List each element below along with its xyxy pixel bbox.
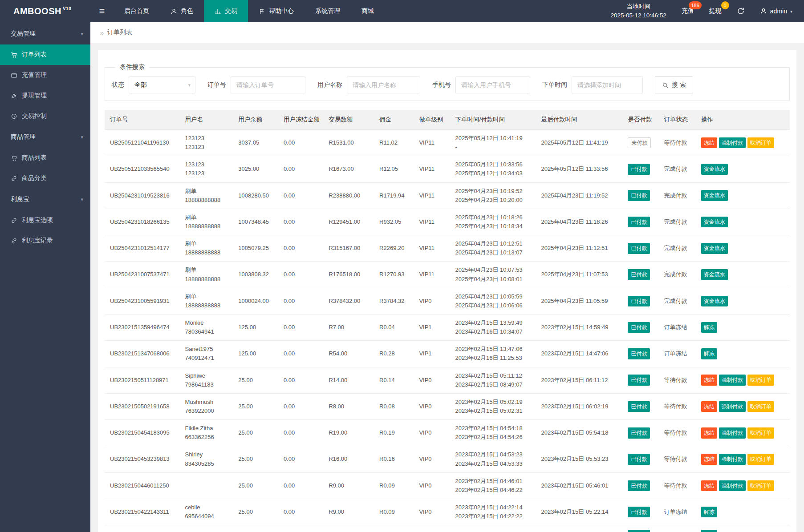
- recharge-badge: 186: [689, 1, 701, 9]
- nav-item-system[interactable]: 系统管理: [305, 0, 351, 22]
- order-time-input[interactable]: [572, 77, 643, 93]
- force-pay-button[interactable]: 强制付款: [719, 401, 746, 412]
- unfreeze-button[interactable]: 解冻: [701, 507, 717, 518]
- table-row: UB2504231007537471刷单188888888881003808.3…: [105, 262, 790, 288]
- status-select[interactable]: 全部 ▾: [129, 77, 195, 93]
- freeze-button[interactable]: 冻结: [701, 401, 717, 412]
- control-icon: [11, 113, 17, 120]
- nav-item-mall[interactable]: 商城: [351, 0, 385, 22]
- cancel-order-button[interactable]: 取消订单: [747, 137, 774, 149]
- unfreeze-button[interactable]: 解冻: [701, 348, 717, 359]
- sidebar-group-label: 利息宝: [11, 195, 29, 203]
- fund-flow-button[interactable]: 资金流水: [701, 296, 728, 307]
- recharge-link[interactable]: 充值 186: [682, 7, 694, 15]
- phone-input[interactable]: [455, 77, 530, 93]
- force-pay-button[interactable]: 强制付款: [719, 427, 746, 439]
- sidebar-item-withdraw-manage[interactable]: 提现管理: [0, 85, 90, 106]
- freeze-button[interactable]: 冻结: [701, 480, 717, 492]
- force-pay-button[interactable]: 强制付款: [719, 480, 746, 492]
- cell-last-pay-time: 2025年04月23日 11:19:52: [537, 182, 624, 209]
- force-pay-button[interactable]: 强制付款: [719, 137, 746, 149]
- nav-item-help[interactable]: 帮助中心: [248, 0, 305, 22]
- search-button[interactable]: 搜 索: [655, 77, 693, 93]
- fund-flow-button[interactable]: 资金流水: [701, 243, 728, 254]
- cell-amount: R54.00: [325, 341, 376, 367]
- cell-last-pay-time: 2025年04月23日 11:07:53: [537, 262, 624, 288]
- unfreeze-button[interactable]: 解冻: [701, 530, 717, 532]
- topbar: ≡ 后台首页角色交易帮助中心系统管理商城 当地时间 2025-05-12 10:…: [90, 0, 804, 22]
- force-pay-button[interactable]: 强制付款: [719, 454, 746, 465]
- cancel-order-button[interactable]: 取消订单: [747, 375, 774, 386]
- username-input[interactable]: [347, 77, 420, 93]
- nav-item-home[interactable]: 后台首页: [114, 0, 160, 22]
- fund-flow-button[interactable]: 资金流水: [701, 217, 728, 228]
- sidebar-item-trade-control[interactable]: 交易控制: [0, 106, 90, 126]
- cancel-order-button[interactable]: 取消订单: [747, 427, 774, 439]
- sidebar-item-label: 充值管理: [22, 71, 47, 79]
- cell-level: VIP11: [415, 156, 451, 182]
- cell-user: 刷单18888888888: [182, 235, 235, 262]
- sidebar-group-trade-manage[interactable]: 交易管理▾: [0, 23, 90, 44]
- cell-balance: 125.00: [235, 341, 280, 367]
- fund-flow-button[interactable]: 资金流水: [701, 164, 728, 175]
- column-header: 用户冻结金额: [280, 110, 325, 130]
- cell-level: VIP11: [415, 262, 451, 288]
- freeze-button[interactable]: 冻结: [701, 427, 717, 439]
- sidebar-item-label: 商品列表: [22, 154, 47, 162]
- topbar-right: 当地时间 2025-05-12 10:46:52 充值 186 提现 0 adm…: [610, 0, 804, 22]
- cell-actions: 冻结强制付款取消订单: [698, 393, 790, 419]
- cell-balance: 25.00: [235, 367, 280, 393]
- paid-status-badge: 已付款: [628, 454, 650, 465]
- column-header: 操作: [698, 110, 790, 130]
- fund-flow-button[interactable]: 资金流水: [701, 190, 728, 201]
- freeze-button[interactable]: 冻结: [701, 454, 717, 465]
- cell-user: Sanet1975740912471: [182, 341, 235, 367]
- nav-item-trade[interactable]: 交易: [204, 0, 248, 22]
- freeze-button[interactable]: 冻结: [701, 137, 717, 149]
- sidebar-item-recharge-manage[interactable]: 充值管理: [0, 65, 90, 85]
- cell-level: VIP0: [415, 420, 451, 446]
- sidebar-item-label: 提现管理: [22, 92, 47, 100]
- menu-toggle-icon[interactable]: ≡: [90, 0, 114, 22]
- force-pay-button[interactable]: 强制付款: [719, 375, 746, 386]
- cell-frozen: 0.00: [280, 288, 325, 314]
- sidebar-group-goods-manage[interactable]: 商品管理▾: [0, 126, 90, 148]
- withdraw-link[interactable]: 提现 0: [709, 7, 722, 15]
- cell-last-pay-time: 2025年05月12日 11:33:56: [537, 156, 624, 182]
- unfreeze-button[interactable]: 解冻: [701, 322, 717, 333]
- cell-actions: 解冻: [698, 341, 790, 367]
- cell-order-time: 2025年04月23日 10:18:262025年04月23日 10:18:34: [452, 209, 538, 235]
- link-icon: [11, 175, 17, 182]
- freeze-button[interactable]: 冻结: [701, 375, 717, 386]
- paid-status-badge: 已付款: [628, 375, 650, 386]
- cancel-order-button[interactable]: 取消订单: [747, 480, 774, 492]
- cell-actions: 资金流水: [698, 156, 790, 182]
- cell-commission: R1719.94: [376, 182, 415, 209]
- paid-status-badge: 未付款: [628, 137, 651, 149]
- sidebar-item-goods-list[interactable]: 商品列表: [0, 148, 90, 168]
- fund-flow-button[interactable]: 资金流水: [701, 269, 728, 280]
- order-no-label: 订单号: [207, 81, 226, 89]
- cell-commission: R0.28: [376, 341, 415, 367]
- sidebar-item-lixibao-records[interactable]: 利息宝记录: [0, 230, 90, 251]
- sidebar-item-order-list[interactable]: 订单列表: [0, 44, 90, 65]
- cell-order-time: 2025年05月12日 10:41:19-: [452, 130, 538, 156]
- cell-balance: 125.00: [235, 314, 280, 340]
- nav-item-roles[interactable]: 角色: [160, 0, 204, 22]
- main-area: ≡ 后台首页角色交易帮助中心系统管理商城 当地时间 2025-05-12 10:…: [90, 0, 804, 532]
- cell-amount: R9.00: [325, 472, 376, 499]
- sidebar-group-lixibao[interactable]: 利息宝▾: [0, 189, 90, 210]
- sidebar-item-goods-category[interactable]: 商品分类: [0, 168, 90, 189]
- cancel-order-button[interactable]: 取消订单: [747, 454, 774, 465]
- order-table-body: UB25051210411961301231231231233037.050.0…: [105, 130, 790, 532]
- refresh-icon[interactable]: [737, 7, 745, 15]
- order-no-input[interactable]: [231, 77, 305, 93]
- cell-balance: 1007348.45: [235, 209, 280, 235]
- cell-last-pay-time: 2025年04月23日 11:18:26: [537, 209, 624, 235]
- user-menu[interactable]: admin ▾: [760, 8, 792, 15]
- sidebar-item-lixibao-options[interactable]: 利息宝选项: [0, 210, 90, 230]
- cancel-order-button[interactable]: 取消订单: [747, 401, 774, 412]
- column-header: 佣金: [376, 110, 415, 130]
- username-label: 用户名称: [317, 81, 342, 89]
- cell-status: 完成付款: [661, 262, 698, 288]
